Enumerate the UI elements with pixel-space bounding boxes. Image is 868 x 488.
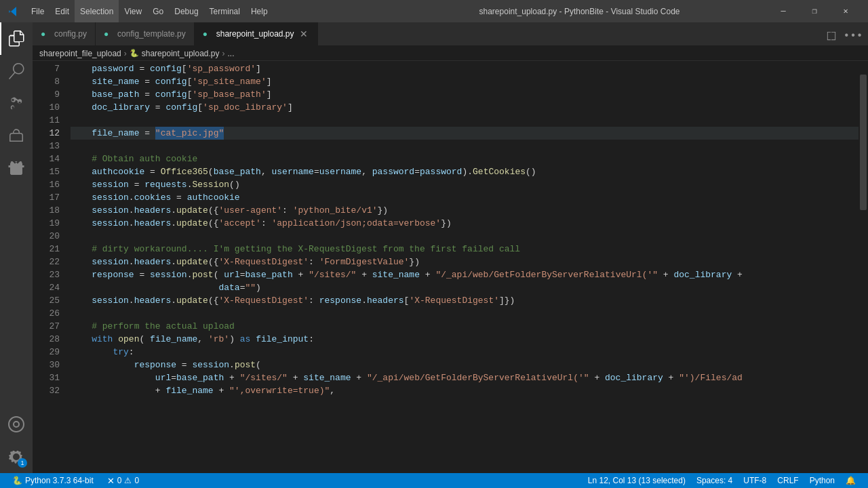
encoding-label: UTF-8 [743,476,766,485]
search-icon[interactable] [0,55,33,87]
python-file-icon-2: ● [104,29,113,39]
line-num-19: 19 [33,217,60,230]
language-label: Python [810,476,835,485]
menu-selection[interactable]: Selection [75,0,119,22]
line-num-25: 25 [33,294,60,307]
code-line-13 [71,140,859,152]
code-line-31: url=base_path + "/sites/" + site_name + … [71,371,859,384]
menu-go[interactable]: Go [147,0,169,22]
tab-sharepoint-upload-py[interactable]: ● sharepoint_upload.py ✕ [195,22,318,45]
code-line-14: # Obtain auth cookie [71,152,859,165]
title-bar: File Edit Selection View Go Debug Termin… [0,0,868,22]
debug-icon[interactable] [0,120,33,152]
breadcrumb-sep-2: › [222,49,225,58]
python-file-icon-3: ● [203,29,212,39]
menu-help[interactable]: Help [245,0,273,22]
activity-bar: 1 [0,22,33,473]
line-num-22: 22 [33,256,60,268]
menu-view[interactable]: View [119,0,147,22]
line-num-24: 24 [33,281,60,294]
code-line-18: session.headers.update({'user-agent': 'p… [71,204,859,217]
line-num-28: 28 [33,333,60,346]
bell-icon: 🔔 [846,476,856,485]
code-line-27: # perform the actual upload [71,320,859,333]
breadcrumb-folder[interactable]: sharepoint_file_upload [39,49,121,58]
code-line-15: authcookie = Office365(base_path, userna… [71,165,859,178]
split-editor-button[interactable] [822,26,841,45]
line-num-29: 29 [33,346,60,359]
remote-icon[interactable] [0,408,33,441]
close-button[interactable]: ✕ [830,0,861,22]
breadcrumb-sep-1: › [124,49,127,58]
editor-area: ● config.py ● config_template.py ● share… [33,22,868,473]
code-line-23: response = session.post( url=base_path +… [71,268,859,281]
menu-terminal[interactable]: Terminal [204,0,245,22]
code-line-30: response = session.post( [71,359,859,371]
code-line-19: session.headers.update({'accept': 'appli… [71,217,859,230]
tab-config-template-py[interactable]: ● config_template.py [96,22,195,45]
tab-config-py[interactable]: ● config.py [33,22,96,45]
tab-close-button[interactable]: ✕ [298,28,309,39]
more-actions-button[interactable]: ••• [844,26,863,45]
spaces-label: Spaces: 4 [696,476,732,485]
python-icon-status: 🐍 [12,476,22,485]
code-line-16: session = requests.Session() [71,178,859,191]
window-controls: ─ ❐ ✕ [768,0,861,22]
settings-icon[interactable]: 1 [0,441,33,473]
line-num-13: 13 [33,140,60,152]
line-numbers: 7 8 9 10 11 12 13 14 15 16 17 18 19 20 2… [33,61,66,473]
encoding-status[interactable]: UTF-8 [738,473,772,488]
code-line-29: try: [71,346,859,359]
code-line-10: doc_library = config['sp_doc_library'] [71,101,859,114]
breadcrumb-file[interactable]: sharepoint_upload.py [142,49,220,58]
line-num-21: 21 [33,243,60,256]
python-file-icon: ● [41,29,50,39]
menu-debug[interactable]: Debug [169,0,203,22]
minimize-button[interactable]: ─ [768,0,799,22]
code-editor[interactable]: 7 8 9 10 11 12 13 14 15 16 17 18 19 20 2… [33,61,868,473]
errors-status[interactable]: ✕ 0 ⚠ 0 [102,473,144,488]
breadcrumb: sharepoint_file_upload › 🐍 sharepoint_up… [33,46,868,61]
line-num-15: 15 [33,165,60,178]
main-layout: 1 ● config.py ● config_template.py ● sha… [0,22,868,473]
spaces-status[interactable]: Spaces: 4 [691,473,738,488]
code-line-8: site_name = config['sp_site_name'] [71,75,859,88]
line-num-30: 30 [33,359,60,371]
warning-icon: ⚠ [124,476,132,485]
maximize-button[interactable]: ❐ [799,0,830,22]
vertical-scrollbar[interactable] [859,61,868,473]
code-line-28: with open( file_name, 'rb') as file_inpu… [71,333,859,346]
code-line-24: data="") [71,281,859,294]
language-status[interactable]: Python [804,473,840,488]
tab-label-2: config_template.py [117,29,186,39]
code-line-26 [71,307,859,320]
extensions-icon[interactable] [0,152,33,185]
line-col-status[interactable]: Ln 12, Col 13 (13 selected) [583,473,691,488]
line-ending-status[interactable]: CRLF [772,473,804,488]
notification-status[interactable]: 🔔 [840,473,861,488]
line-num-8: 8 [33,75,60,88]
status-bar: 🐍 Python 3.7.3 64-bit ✕ 0 ⚠ 0 Ln 12, Col… [0,473,868,488]
line-num-27: 27 [33,320,60,333]
line-num-17: 17 [33,191,60,204]
python-version-status[interactable]: 🐍 Python 3.7.3 64-bit [7,473,99,488]
code-line-21: # dirty workaround.... I'm getting the X… [71,243,859,256]
scrollbar-thumb[interactable] [860,75,867,210]
app-icon [7,5,20,18]
tab-label-3: sharepoint_upload.py [216,29,294,39]
explorer-icon[interactable] [0,22,33,55]
menu-bar: File Edit Selection View Go Debug Termin… [26,0,391,22]
source-control-icon[interactable] [0,87,33,120]
menu-edit[interactable]: Edit [50,0,75,22]
menu-file[interactable]: File [26,0,50,22]
code-line-25: session.headers.update({'X-RequestDigest… [71,294,859,307]
warning-count: 0 [134,476,139,485]
code-line-32: + file_name + "',overwrite=true)", [71,384,859,397]
tab-label: config.py [54,29,87,39]
code-content[interactable]: password = config['sp_password'] site_na… [66,61,859,473]
code-line-20 [71,230,859,243]
code-line-22: session.headers.update({'X-RequestDigest… [71,256,859,268]
breadcrumb-more[interactable]: ... [228,49,235,58]
window-title: sharepoint_upload.py - PythonBite - Visu… [397,7,762,16]
settings-badge: 1 [18,458,27,468]
